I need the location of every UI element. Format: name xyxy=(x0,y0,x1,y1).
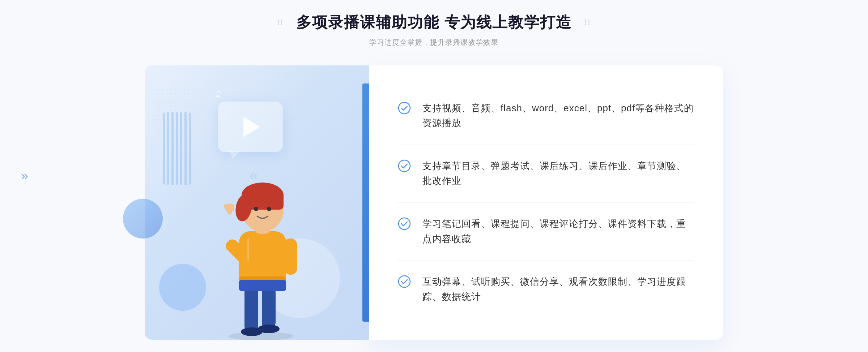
svg-point-16 xyxy=(267,207,271,211)
feature-text-2: 支持章节目录、弹题考试、课后练习、课后作业、章节测验、批改作业 xyxy=(422,159,694,189)
main-title-text: 多项录播课辅助功能 专为线上教学打造 xyxy=(296,12,572,33)
svg-rect-9 xyxy=(284,239,297,275)
svg-point-23 xyxy=(399,276,410,287)
person-figure xyxy=(205,152,320,340)
deco-circle-left xyxy=(123,199,163,239)
subtitle-text: 学习进度全掌握，提升录播课教学效果 xyxy=(277,38,591,47)
illus-circle-medium xyxy=(159,264,206,311)
dots-left-icon: ⁞⁞ xyxy=(277,18,284,27)
svg-point-4 xyxy=(258,325,280,333)
header-section: ⁞⁞ 多项录播课辅助功能 专为线上教学打造 ⁞⁞ 学习进度全掌握，提升录播课教学… xyxy=(277,12,591,47)
svg-rect-1 xyxy=(244,286,258,332)
check-icon-2 xyxy=(398,159,411,172)
page-container: » ⁞⁞ 多项录播课辅助功能 专为线上教学打造 ⁞⁞ 学习进度全掌握，提升录播课… xyxy=(0,0,868,352)
svg-point-21 xyxy=(399,160,410,172)
feature-text-3: 学习笔记回看、课程提问、课程评论打分、课件资料下载，重点内容收藏 xyxy=(422,216,694,246)
content-area: « ✦ ✦ xyxy=(145,65,723,340)
check-icon-3 xyxy=(398,217,411,230)
svg-rect-7 xyxy=(239,280,286,291)
feature-item-3: 学习笔记回看、课程提问、课程评论打分、课件资料下载，重点内容收藏 xyxy=(398,203,694,261)
features-card: 支持视频、音频、flash、word、excel、ppt、pdf等各种格式的资源… xyxy=(369,65,723,340)
sparkle-icon-2: ✦ xyxy=(217,89,221,94)
svg-point-22 xyxy=(399,218,410,229)
page-title: ⁞⁞ 多项录播课辅助功能 专为线上教学打造 ⁞⁞ xyxy=(277,12,591,33)
illus-strip xyxy=(163,112,192,185)
check-icon-4 xyxy=(398,275,411,288)
dots-right-icon: ⁞⁞ xyxy=(584,18,591,27)
feature-item-1: 支持视频、音频、flash、word、excel、ppt、pdf等各种格式的资源… xyxy=(398,87,694,145)
svg-point-15 xyxy=(254,207,258,211)
blue-accent-bar xyxy=(362,83,369,322)
svg-rect-2 xyxy=(262,286,276,329)
feature-item-2: 支持章节目录、弹题考试、课后练习、课后作业、章节测验、批改作业 xyxy=(398,145,694,203)
feature-text-4: 互动弹幕、试听购买、微信分享、观看次数限制、学习进度跟踪、数据统计 xyxy=(422,274,694,304)
illustration-container: « ✦ ✦ xyxy=(145,65,369,340)
feature-text-1: 支持视频、音频、flash、word、excel、ppt、pdf等各种格式的资源… xyxy=(422,101,694,131)
chevron-left-icon: » xyxy=(21,168,28,184)
feature-item-4: 互动弹幕、试听购买、微信分享、观看次数限制、学习进度跟踪、数据统计 xyxy=(398,261,694,318)
svg-point-20 xyxy=(399,102,410,114)
check-icon-1 xyxy=(398,102,411,115)
play-bubble xyxy=(218,102,283,152)
play-triangle-icon xyxy=(243,117,260,137)
